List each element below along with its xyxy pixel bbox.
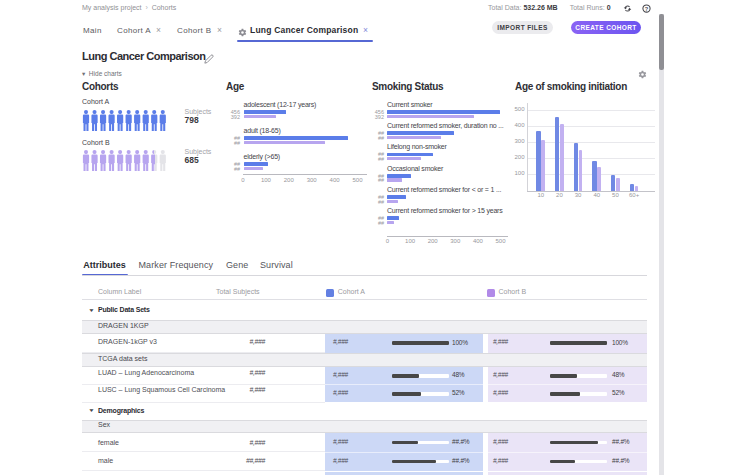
svg-text:?: ?	[645, 5, 649, 11]
